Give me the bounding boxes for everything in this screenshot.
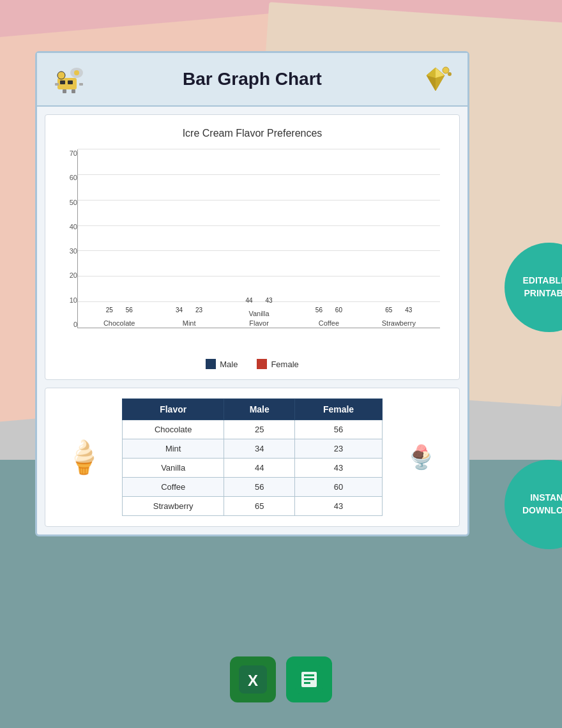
male-bar-0: 25	[100, 307, 118, 315]
main-card: Bar Graph Chart Icre Cream Flavor Prefer…	[35, 51, 469, 536]
legend-female-box	[257, 359, 267, 369]
y-label-60: 60	[58, 174, 80, 181]
y-label-40: 40	[58, 223, 80, 231]
y-label-50: 50	[58, 199, 80, 206]
svg-rect-23	[304, 682, 310, 684]
table-cell-1-2: 23	[295, 439, 383, 459]
table-row: Vanilla4443	[123, 459, 383, 478]
svg-rect-5	[79, 83, 83, 86]
table-cell-1-0: Mint	[123, 439, 224, 459]
bottom-icons: X	[230, 656, 332, 702]
header-icon-left	[50, 63, 88, 95]
svg-rect-22	[304, 678, 314, 680]
table-row: Chocolate2556	[123, 420, 383, 439]
y-label-0: 0	[58, 321, 80, 328]
table-cell-1-1: 34	[224, 439, 295, 459]
card-header: Bar Graph Chart	[37, 53, 467, 107]
table-cell-3-1: 56	[224, 478, 295, 497]
male-value-4: 65	[385, 307, 392, 314]
bar-group-Vanilla-Flavor: 44 43 VanillaFlavor	[224, 297, 294, 328]
table-cell-2-2: 43	[295, 459, 383, 478]
female-value-4: 43	[405, 307, 412, 314]
male-bar-2: 44	[240, 297, 258, 305]
ice-cream-left-icon: 🍦	[58, 439, 109, 476]
svg-rect-2	[68, 80, 73, 84]
bars-row-3: 56 60	[310, 307, 347, 315]
svg-point-9	[74, 70, 79, 75]
bar-label-1: Mint	[183, 319, 196, 328]
bars-row-0: 25 56	[100, 307, 138, 315]
female-value-1: 23	[195, 307, 202, 314]
male-bar-1: 34	[171, 307, 188, 315]
chart-plot: 25 56 Chocolate 34 23 Mint 44 43 Vanilla…	[77, 149, 440, 328]
legend-male: Male	[206, 359, 238, 369]
female-value-0: 56	[126, 307, 133, 314]
male-value-2: 44	[245, 297, 252, 304]
table-row: Mint3423	[123, 439, 383, 459]
y-label-20: 20	[58, 271, 80, 279]
bar-label-2: VanillaFlavor	[248, 309, 269, 328]
table-cell-0-0: Chocolate	[123, 420, 224, 439]
bars-row-1: 34 23	[171, 307, 208, 315]
y-label-70: 70	[58, 149, 80, 157]
legend-male-box	[206, 359, 216, 369]
ice-cream-right-icon: 🍨	[395, 444, 446, 471]
male-value-0: 25	[106, 307, 113, 314]
sheets-icon[interactable]	[286, 656, 332, 702]
bar-label-3: Coffee	[319, 319, 339, 328]
svg-rect-7	[72, 89, 75, 93]
male-value-1: 34	[176, 307, 183, 314]
badge-editable-text: EDITABLE &PRINTABLE	[523, 275, 562, 300]
svg-text:X: X	[248, 672, 258, 689]
bar-group-Coffee: 56 60 Coffee	[294, 307, 363, 328]
female-bar-3: 60	[330, 307, 347, 315]
bar-group-Chocolate: 25 56 Chocolate	[84, 307, 154, 328]
female-bar-2: 43	[260, 297, 278, 305]
svg-rect-4	[55, 83, 59, 86]
chart-wrapper: 0 10 20 30 40 50 60 70	[58, 149, 446, 354]
svg-point-3	[57, 72, 65, 79]
legend-female-label: Female	[271, 360, 298, 369]
chart-legend: Male Female	[58, 359, 446, 369]
table-row: Coffee5660	[123, 478, 383, 497]
chart-title: Icre Cream Flavor Preferences	[58, 128, 446, 139]
chart-section: Icre Cream Flavor Preferences 0 10 20 30…	[45, 114, 460, 380]
col-female: Female	[295, 399, 383, 420]
female-value-3: 60	[335, 307, 342, 314]
svg-rect-1	[60, 80, 65, 84]
table-cell-4-2: 43	[295, 497, 383, 516]
y-label-10: 10	[58, 296, 80, 304]
excel-icon[interactable]: X	[230, 656, 276, 702]
female-bar-4: 43	[400, 307, 418, 315]
table-row: Strawberry6543	[123, 497, 383, 516]
table-cell-2-1: 44	[224, 459, 295, 478]
col-male: Male	[224, 399, 295, 420]
bar-group-Strawberry: 65 43 Strawberry	[364, 307, 434, 328]
male-value-3: 56	[315, 307, 323, 314]
badge-download-text: INSTANTDOWNLOAD	[522, 492, 562, 517]
header-icon-right	[416, 63, 455, 95]
bar-label-0: Chocolate	[103, 319, 135, 328]
bars-row-2: 44 43	[240, 297, 278, 305]
table-cell-0-1: 25	[224, 420, 295, 439]
table-cell-4-1: 65	[224, 497, 295, 516]
table-cell-3-2: 60	[295, 478, 383, 497]
bar-group-Mint: 34 23 Mint	[154, 307, 224, 328]
svg-point-16	[448, 72, 452, 76]
col-flavor: Flavor	[123, 399, 224, 420]
table-section: 🍦 Flavor Male Female Chocolate2556Mint34…	[45, 388, 460, 527]
male-bar-3: 56	[310, 307, 328, 315]
female-bar-1: 23	[190, 307, 208, 315]
table-cell-2-0: Vanilla	[123, 459, 224, 478]
table-cell-0-2: 56	[295, 420, 383, 439]
female-bar-0: 56	[120, 307, 138, 315]
svg-rect-21	[304, 674, 314, 676]
data-table: Flavor Male Female Chocolate2556Mint3423…	[122, 398, 383, 516]
svg-point-15	[443, 67, 449, 73]
table-cell-3-0: Coffee	[123, 478, 224, 497]
female-value-2: 43	[265, 297, 272, 304]
bars-container: 25 56 Chocolate 34 23 Mint 44 43 Vanilla…	[78, 149, 440, 328]
y-axis: 0 10 20 30 40 50 60 70	[58, 149, 80, 328]
y-label-30: 30	[58, 247, 80, 255]
legend-male-label: Male	[220, 360, 238, 369]
